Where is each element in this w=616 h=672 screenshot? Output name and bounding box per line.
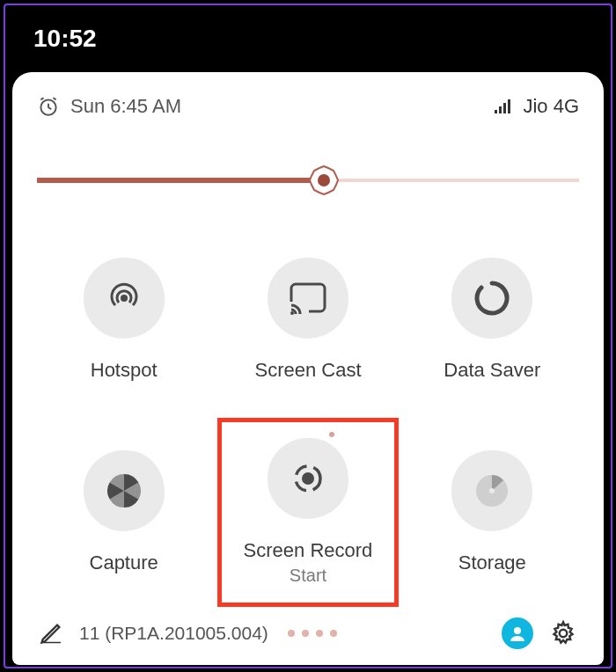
capture-icon [84,450,165,531]
svg-point-8 [290,311,294,315]
page-indicator[interactable] [288,630,337,637]
tile-indicator-dot [329,432,334,437]
svg-point-13 [514,627,521,634]
tile-label: Hotspot [91,358,158,383]
edit-icon[interactable] [39,621,63,646]
tile-label: Capture [90,551,158,575]
user-avatar[interactable] [502,617,533,649]
quick-tiles-grid: Hotspot Screen Cast Data Saver [37,229,579,603]
hotspot-icon [84,258,165,339]
svg-point-14 [560,630,568,638]
data-saver-icon [451,258,532,339]
svg-point-6 [318,174,330,186]
svg-point-9 [302,472,314,485]
brightness-slider[interactable] [37,167,579,194]
svg-rect-1 [495,110,497,113]
svg-point-12 [489,488,495,493]
tile-label: Screen Cast [254,358,361,383]
brightness-thumb-icon[interactable] [309,165,339,195]
carrier-label: Jio 4G [523,95,579,118]
tile-storage[interactable]: Storage [406,421,579,603]
signal-icon [495,98,514,115]
screen-cast-icon [268,258,348,339]
svg-rect-2 [499,106,502,113]
svg-rect-4 [508,99,510,113]
tile-hotspot[interactable]: Hotspot [37,229,210,411]
tile-label: Storage [458,551,526,575]
tile-data-saver[interactable]: Data Saver [406,229,579,411]
tile-capture[interactable]: Capture [37,421,210,603]
tile-screen-cast[interactable]: Screen Cast [221,229,394,411]
svg-rect-3 [503,103,506,113]
tile-screen-record[interactable]: Screen Record Start [221,421,394,603]
status-day-time: Sun 6:45 AM [70,95,181,118]
build-label: 11 (RP1A.201005.004) [79,623,268,644]
tile-label: Screen Record Start [244,538,373,587]
storage-icon [451,450,532,531]
svg-point-7 [121,295,128,302]
device-clock: 10:52 [33,25,97,53]
tile-sublabel: Start [290,566,326,585]
screen-record-icon [268,438,348,519]
alarm-icon [37,95,60,118]
quick-settings-panel: Sun 6:45 AM Jio 4G [12,72,604,665]
settings-icon[interactable] [549,619,577,647]
tile-label: Data Saver [444,358,540,383]
